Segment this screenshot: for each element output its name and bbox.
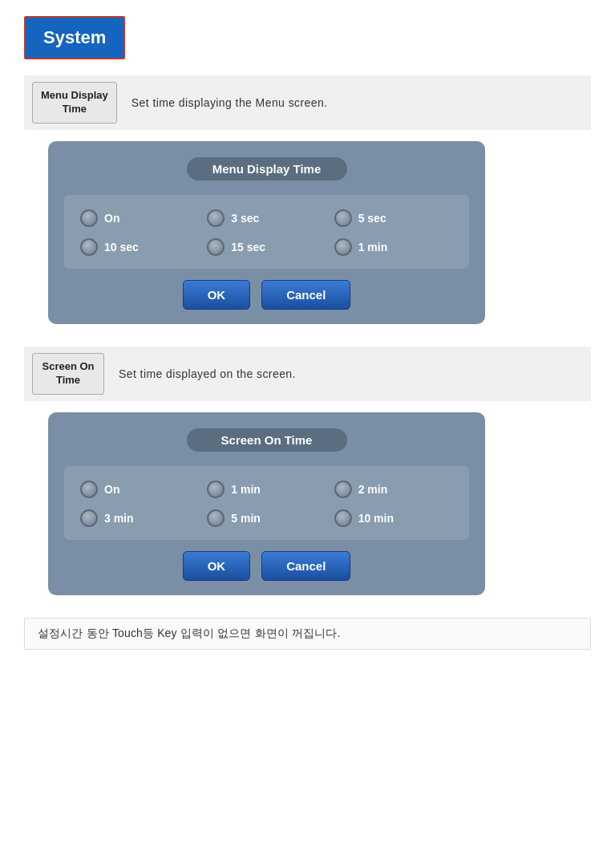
radio-circle-10sec xyxy=(80,238,98,256)
menu-display-options-container: On 3 sec 5 sec 10 sec 15 sec xyxy=(64,195,469,269)
radio-circle-screen-10min xyxy=(334,509,352,527)
menu-option-3sec[interactable]: 3 sec xyxy=(207,209,326,227)
screen-on-options-container: On 1 min 2 min 3 min 5 min xyxy=(64,466,469,540)
menu-display-time-button[interactable]: Menu Display Time xyxy=(32,82,117,124)
screen-option-10min-label: 10 min xyxy=(358,512,394,525)
screen-on-cancel-button[interactable]: Cancel xyxy=(261,551,350,581)
menu-display-radio-grid: On 3 sec 5 sec 10 sec 15 sec xyxy=(80,209,453,256)
radio-circle-15sec xyxy=(207,238,225,256)
menu-display-cancel-button[interactable]: Cancel xyxy=(261,280,350,310)
screen-option-5min[interactable]: 5 min xyxy=(207,509,326,527)
screen-option-10min[interactable]: 10 min xyxy=(334,509,453,527)
radio-circle-screen-2min xyxy=(334,481,352,498)
menu-option-15sec-label: 15 sec xyxy=(231,241,265,254)
screen-on-dialog: Screen On Time On 1 min 2 min xyxy=(48,412,485,595)
radio-circle-5sec xyxy=(334,209,352,227)
radio-circle-3sec xyxy=(207,209,225,227)
menu-display-dialog-title: Menu Display Time xyxy=(187,157,347,180)
radio-circle-screen-3min xyxy=(80,509,98,527)
screen-option-3min-label: 3 min xyxy=(104,512,134,525)
screen-option-2min[interactable]: 2 min xyxy=(334,481,453,498)
menu-option-5sec-label: 5 sec xyxy=(358,212,386,225)
screen-option-1min-label: 1 min xyxy=(231,483,261,496)
screen-option-5min-label: 5 min xyxy=(231,512,261,525)
radio-circle-on xyxy=(80,209,98,227)
menu-option-on[interactable]: On xyxy=(80,209,199,227)
screen-option-on[interactable]: On xyxy=(80,481,199,498)
radio-circle-screen-on xyxy=(80,481,98,498)
screen-on-ok-button[interactable]: OK xyxy=(183,551,251,581)
menu-display-ok-button[interactable]: OK xyxy=(183,280,251,310)
screen-option-on-label: On xyxy=(104,483,119,496)
screen-on-dialog-title: Screen On Time xyxy=(187,428,347,452)
menu-option-5sec[interactable]: 5 sec xyxy=(334,209,453,227)
screen-option-3min[interactable]: 3 min xyxy=(80,509,199,527)
radio-circle-1min xyxy=(334,238,352,256)
menu-option-3sec-label: 3 sec xyxy=(231,212,259,225)
screen-on-time-button[interactable]: Screen On Time xyxy=(32,353,104,395)
radio-circle-screen-1min xyxy=(207,481,225,498)
screen-on-section-row: Screen On Time Set time displayed on the… xyxy=(24,347,591,401)
menu-option-15sec[interactable]: 15 sec xyxy=(207,238,326,256)
screen-on-dialog-buttons: OK Cancel xyxy=(64,551,469,581)
screen-on-radio-grid: On 1 min 2 min 3 min 5 min xyxy=(80,481,453,527)
menu-display-dialog-buttons: OK Cancel xyxy=(64,280,469,310)
page: System Menu Display Time Set time displa… xyxy=(0,0,615,868)
menu-option-10sec-label: 10 sec xyxy=(104,241,139,254)
radio-circle-screen-5min xyxy=(207,509,225,527)
screen-option-1min[interactable]: 1 min xyxy=(207,481,326,498)
menu-display-section-row: Menu Display Time Set time displaying th… xyxy=(24,75,591,130)
menu-option-1min-label: 1 min xyxy=(358,241,388,254)
page-title: System xyxy=(24,16,125,59)
footer-note: 설정시간 동안 Touch등 Key 입력이 없으면 화면이 꺼집니다. xyxy=(24,618,591,650)
menu-option-1min[interactable]: 1 min xyxy=(334,238,453,256)
screen-on-description: Set time displayed on the screen. xyxy=(119,367,296,380)
screen-option-2min-label: 2 min xyxy=(358,483,388,496)
menu-display-dialog: Menu Display Time On 3 sec 5 sec xyxy=(48,141,485,324)
menu-option-on-label: On xyxy=(104,212,119,225)
menu-option-10sec[interactable]: 10 sec xyxy=(80,238,199,256)
menu-display-description: Set time displaying the Menu screen. xyxy=(131,96,328,109)
